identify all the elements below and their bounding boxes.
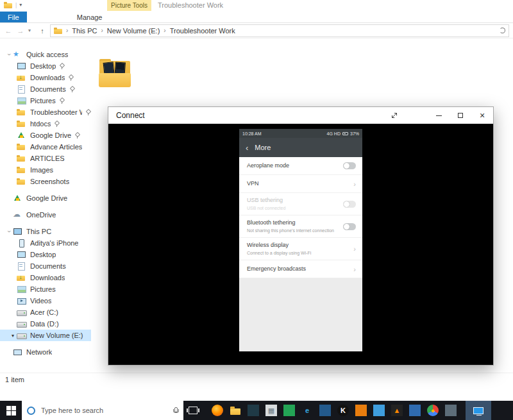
sidebar-item-onedrive[interactable]: OneDrive <box>0 209 91 221</box>
sidebar-item-articles[interactable]: ARTICLES <box>0 153 91 164</box>
refresh-icon[interactable] <box>500 28 505 33</box>
ribbon-tab-file[interactable]: File <box>0 12 27 22</box>
taskbar-app-firefox[interactable] <box>210 401 224 420</box>
phone-settings-list: Aeroplane mode VPN <box>239 157 362 278</box>
sidebar-item-icon <box>17 320 26 328</box>
phone-mirror-screen[interactable]: 10:28 AM 4G HD 37% More Aeroplane <box>239 129 362 351</box>
taskbar-app-vlc[interactable]: ▲ <box>390 401 404 420</box>
phone-setting-aeroplane-mode[interactable]: Aeroplane mode <box>239 157 362 175</box>
sidebar-item-troubleshooter-w[interactable]: Troubleshooter W <box>0 106 91 118</box>
sidebar-item-htdocs[interactable]: htdocs <box>0 118 91 130</box>
sidebar-item-pictures[interactable]: Pictures <box>0 95 91 106</box>
ribbon-tab-home[interactable] <box>27 12 40 22</box>
expand-chevron-icon[interactable] <box>9 332 17 340</box>
taskbar-app-green-app[interactable] <box>282 401 296 420</box>
sidebar-item-screenshots[interactable]: Screenshots <box>0 176 91 187</box>
taskbar-app-blue-app[interactable] <box>318 401 332 420</box>
expand-chevron-icon[interactable] <box>5 228 13 235</box>
task-view-button[interactable] <box>183 401 203 420</box>
sidebar-item-quick-access[interactable]: Quick access <box>0 49 91 60</box>
phone-setting-vpn[interactable]: VPN <box>239 175 362 193</box>
taskbar-app-gray-app[interactable] <box>444 401 458 420</box>
sidebar-item-desktop[interactable]: Desktop <box>0 60 91 72</box>
sidebar-item-desktop[interactable]: Desktop <box>0 249 91 260</box>
sidebar-item-downloads[interactable]: Downloads <box>0 72 91 83</box>
close-button[interactable] <box>471 107 493 124</box>
breadcrumb-item-troubleshooter-work[interactable]: Troubleshooter Work <box>162 27 237 35</box>
taskbar-app-orange-app[interactable] <box>354 401 368 420</box>
sidebar-item-label: htdocs <box>30 120 51 128</box>
microphone-icon[interactable] <box>173 407 178 414</box>
taskbar-app-file-explorer[interactable] <box>228 401 242 420</box>
back-button[interactable] <box>4 27 13 35</box>
pin-icon <box>54 121 60 127</box>
windows-logo-icon <box>6 406 16 416</box>
sidebar-item-this-pc[interactable]: This PC <box>0 226 91 237</box>
back-icon[interactable] <box>246 144 248 152</box>
sidebar-item-aditya-s-iphone[interactable]: Aditya's iPhone <box>0 237 91 249</box>
sidebar-item-icon <box>17 108 26 116</box>
taskbar-app-bank-app[interactable]: ▦ <box>264 401 278 420</box>
sidebar-item-data-d[interactable]: Data (D:) <box>0 318 91 330</box>
maximize-button[interactable] <box>450 107 471 124</box>
start-button[interactable] <box>0 401 22 420</box>
forward-button[interactable] <box>16 27 25 35</box>
phone-setting-wireless-display[interactable]: Wireless display Connect to a display us… <box>239 238 362 260</box>
ribbon-tab-manage[interactable]: Manage <box>71 12 109 22</box>
sidebar-item-documents[interactable]: Documents <box>0 83 91 95</box>
chevron-right-icon <box>353 245 356 253</box>
search-input[interactable] <box>40 406 169 415</box>
toggle-switch[interactable] <box>343 162 356 169</box>
sidebar-item-pictures[interactable]: Pictures <box>0 283 91 295</box>
ribbon-tab-share[interactable] <box>40 12 53 22</box>
folder-item-thumbnail[interactable] <box>99 59 131 87</box>
sidebar-item-images[interactable]: Images <box>0 164 91 176</box>
address-bar[interactable]: This PC New Volume (E:) Troubleshooter W… <box>50 24 509 37</box>
sidebar-item-icon <box>17 97 26 105</box>
minimize-button[interactable] <box>428 107 450 124</box>
chevron-right-icon <box>64 27 70 34</box>
toggle-switch[interactable] <box>343 223 356 230</box>
toggle-switch[interactable] <box>343 201 356 208</box>
sidebar-item-label: Desktop <box>30 251 56 258</box>
taskbar-app-blue-app-2[interactable] <box>408 401 422 420</box>
fullscreen-icon[interactable] <box>391 112 398 119</box>
sidebar-item-google-drive[interactable]: Google Drive <box>0 130 91 141</box>
sidebar-item-advance-articles[interactable]: Advance Articles <box>0 141 91 153</box>
taskbar-app-dark-teal-app[interactable] <box>246 401 260 420</box>
sidebar-item-network[interactable]: Network <box>0 346 91 358</box>
breadcrumb-item-this-pc[interactable]: This PC <box>64 27 99 35</box>
expand-chevron-icon[interactable] <box>5 51 13 58</box>
taskbar-app-connect-active[interactable] <box>466 401 491 420</box>
sidebar-item-label: Images <box>30 166 53 174</box>
item-count: 1 item <box>5 376 24 383</box>
taskbar-app-edge[interactable]: e <box>300 401 314 420</box>
up-button[interactable] <box>38 27 47 35</box>
sidebar-item-acer-c[interactable]: Acer (C:) <box>0 307 91 318</box>
sidebar-item-downloads[interactable]: Downloads <box>0 272 91 283</box>
sidebar-item-google-drive[interactable]: Google Drive <box>0 192 91 204</box>
sidebar-item-label: Google Drive <box>30 131 71 139</box>
ribbon-tab-view[interactable] <box>53 12 65 22</box>
picture-tools-context-header[interactable]: Picture Tools <box>107 0 151 11</box>
sidebar-item-new-volume-e[interactable]: New Volume (E:) <box>0 330 91 341</box>
sidebar-item-documents[interactable]: Documents <box>0 260 91 272</box>
sidebar-item-label: Aditya's iPhone <box>30 239 78 247</box>
phone-setting-usb-tethering[interactable]: USB tethering USB not connected <box>239 193 362 215</box>
connect-titlebar[interactable]: Connect <box>108 107 493 124</box>
setting-label: Bluetooth tethering <box>247 219 334 226</box>
breadcrumb-label: This PC <box>70 27 99 35</box>
breadcrumb-item-new-volume-e[interactable]: New Volume (E:) <box>99 27 162 35</box>
sidebar-item-label: Downloads <box>30 74 65 81</box>
sidebar-item-label: Screenshots <box>30 178 69 185</box>
phone-setting-bluetooth-tethering[interactable]: Bluetooth tethering Not sharing this pho… <box>239 215 362 238</box>
customize-toolbar-dropdown-icon[interactable] <box>19 2 22 8</box>
recent-locations-dropdown-icon[interactable] <box>28 28 35 33</box>
taskbar-search-box[interactable] <box>22 401 183 420</box>
taskbar-app-k-player[interactable]: K <box>336 401 350 420</box>
sidebar-item-videos[interactable]: Videos <box>0 295 91 307</box>
taskbar-app-chrome[interactable]: ● <box>426 401 440 420</box>
taskbar-apps: ▦ e K ▲ ● <box>210 401 458 420</box>
phone-setting-emergency-broadcasts[interactable]: Emergency broadcasts <box>239 260 362 278</box>
taskbar-app-photos-app[interactable] <box>372 401 386 420</box>
